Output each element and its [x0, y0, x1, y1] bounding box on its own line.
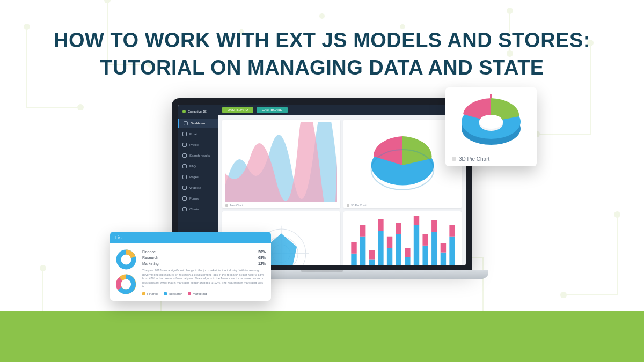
sidebar-item-search[interactable]: Search results [178, 151, 218, 160]
tab-dashboard-2[interactable]: DASHBOARD [257, 107, 288, 113]
sidebar-item-label: Profile [189, 143, 199, 146]
svg-rect-40 [414, 225, 419, 265]
svg-rect-39 [405, 248, 410, 257]
sidebar-item-profile[interactable]: Profile [178, 140, 218, 150]
legend-item: Marketing [188, 292, 207, 295]
search-icon [182, 153, 187, 158]
form-icon [182, 196, 187, 201]
laptop-mockup: Executive JS Dashboard Email Profile Sea… [172, 98, 472, 279]
svg-rect-35 [387, 237, 392, 248]
sidebar-item-widgets[interactable]: Widgets [178, 183, 218, 193]
logo-dot-icon [182, 110, 186, 113]
list-paragraph: The year 2013 saw a significant change i… [142, 269, 266, 289]
svg-rect-47 [441, 243, 446, 253]
svg-point-63 [479, 115, 503, 129]
panel-label: Area Chart [225, 204, 243, 207]
panel-3d-pie: 3D Pie Chart [343, 120, 462, 209]
svg-rect-49 [449, 225, 455, 237]
legend-item: Research [164, 292, 182, 295]
svg-rect-28 [360, 237, 365, 265]
sidebar-item-forms[interactable]: Forms [178, 194, 218, 203]
list-card-header: List [110, 232, 271, 243]
pie-card-caption: 3D Pie Chart [452, 156, 530, 162]
page-headline: HOW TO WORK WITH EXT JS MODELS AND STORE… [0, 0, 644, 93]
panel-area-chart: Area Chart [222, 120, 340, 209]
svg-rect-31 [369, 250, 375, 260]
sidebar-item-label: Dashboard [191, 122, 206, 125]
file-icon [182, 175, 187, 179]
list-row: Finance20% [142, 249, 266, 255]
pie-3d-icon [453, 94, 529, 153]
headline-line-1: HOW TO WORK WITH EXT JS MODELS AND STORE… [54, 29, 590, 51]
svg-rect-44 [431, 232, 437, 265]
tab-dashboard-1[interactable]: DASHBOARD [222, 107, 253, 113]
svg-rect-41 [414, 216, 419, 225]
svg-rect-43 [422, 234, 428, 246]
sidebar-item-faq[interactable]: FAQ [178, 161, 218, 171]
svg-point-7 [560, 292, 567, 298]
svg-rect-26 [351, 254, 356, 265]
panel-label: 3D Pie Chart [347, 204, 367, 207]
legend-item: Finance [142, 292, 158, 295]
floating-pie-card: 3D Pie Chart [445, 87, 537, 166]
swatch-icon [142, 292, 145, 295]
list-row: Research68% [142, 255, 266, 261]
app-title-text: Executive JS [188, 110, 207, 113]
headline-line-2: TUTORIAL ON MANAGING DATA AND STATE [100, 56, 544, 79]
swatch-icon [164, 292, 167, 295]
svg-rect-30 [369, 260, 375, 265]
grid-icon [184, 121, 188, 125]
sidebar-item-label: Pages [189, 175, 199, 179]
donut-column [115, 249, 137, 295]
user-icon [182, 143, 187, 147]
mail-icon [182, 132, 187, 136]
swatch-icon [188, 292, 191, 295]
sidebar-item-pages[interactable]: Pages [178, 172, 218, 182]
sidebar-item-label: Forms [189, 197, 199, 200]
list-meta: Finance20% Research68% Marketing12% The … [142, 249, 266, 295]
sidebar-item-label: Search results [189, 154, 210, 157]
sidebar-item-dashboard[interactable]: Dashboard [178, 119, 218, 128]
sidebar-item-email[interactable]: Email [178, 129, 218, 139]
floating-list-card: List Finance20% Research68% [110, 232, 271, 300]
illustration-stage: Executive JS Dashboard Email Profile Sea… [0, 98, 644, 279]
footer-band [0, 311, 644, 362]
svg-rect-46 [441, 253, 446, 265]
svg-rect-45 [431, 220, 437, 232]
sidebar-item-label: Email [189, 132, 197, 136]
sidebar-item-label: Charts [189, 208, 199, 211]
svg-rect-34 [387, 248, 392, 265]
list-legend: Finance Research Marketing [142, 292, 266, 295]
donut-research-icon [115, 274, 137, 295]
donut-finance-icon [115, 249, 137, 270]
svg-rect-42 [422, 246, 428, 265]
sidebar-item-label: Widgets [189, 186, 201, 189]
sidebar-item-label: FAQ [189, 165, 196, 168]
sidebar-item-charts[interactable]: Charts [178, 204, 218, 214]
svg-rect-36 [396, 234, 401, 265]
svg-rect-29 [360, 225, 365, 237]
topbar: DASHBOARD DASHBOARD [218, 105, 466, 115]
app-title: Executive JS [178, 108, 218, 117]
svg-rect-27 [351, 242, 356, 254]
question-icon [182, 164, 187, 168]
svg-rect-48 [449, 237, 455, 265]
panel-stacked-bar: Stacked Bar Chart [343, 211, 462, 265]
widget-icon [182, 186, 187, 190]
svg-rect-37 [396, 223, 401, 234]
svg-rect-38 [405, 257, 410, 265]
svg-rect-32 [378, 231, 383, 265]
svg-rect-33 [378, 219, 383, 231]
list-card-body: Finance20% Research68% Marketing12% The … [110, 243, 271, 300]
chart-icon [182, 207, 187, 211]
list-row: Marketing12% [142, 261, 266, 267]
